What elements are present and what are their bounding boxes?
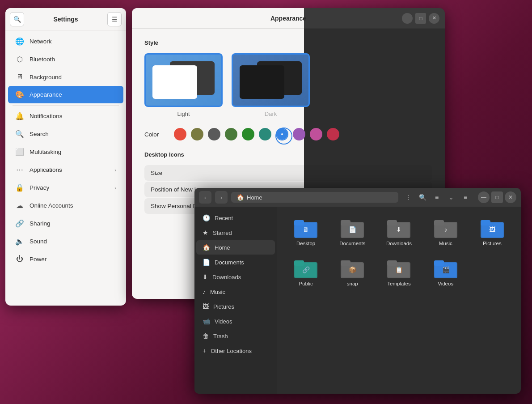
nav-label-search: Search [30, 131, 49, 137]
fm-forward-button[interactable]: › [215, 191, 228, 204]
color-dot-green[interactable] [242, 128, 254, 140]
fm-folder-pictures[interactable]: 🖼 Pictures [471, 214, 514, 251]
settings-menu-button[interactable]: ☰ [107, 12, 122, 26]
fm-folder-label-desktop: Desktop [296, 241, 315, 246]
fm-search-button[interactable]: 🔍 [416, 191, 429, 204]
nav-label-multitasking: Multitasking [30, 149, 61, 155]
color-dot-olive[interactable] [191, 128, 203, 140]
fm-folder-downloads[interactable]: ⬇ Downloads [377, 214, 420, 251]
nav-item-power[interactable]: ⏻ Power [8, 251, 123, 268]
style-option-dark[interactable]: Dark [232, 53, 310, 117]
fm-sidebar-videos[interactable]: 📹 Videos [196, 314, 275, 328]
fm-sidebar-home[interactable]: 🏠 Home [196, 240, 275, 255]
nav-item-privacy[interactable]: 🔒 Privacy › [8, 179, 123, 196]
fm-sidebar-documents[interactable]: 📄 Documents [196, 255, 275, 269]
close-button[interactable]: ✕ [429, 13, 439, 24]
nav-item-applications[interactable]: ⋯ Applications › [8, 161, 123, 179]
fm-sidebar-label-downloads: Downloads [212, 274, 241, 281]
minimize-button[interactable]: — [402, 13, 413, 24]
fm-body: 🕐 Recent ★ Starred 🏠 Home 📄 Documents ⬇ … [194, 207, 521, 394]
svg-text:📦: 📦 [349, 266, 357, 274]
nav-item-bluetooth[interactable]: ⬡ Bluetooth [8, 51, 123, 68]
appearance-title: Appearance [270, 15, 306, 22]
folder-svg-snap: 📦 [341, 259, 364, 278]
settings-search-button[interactable]: 🔍 [10, 12, 24, 26]
folder-svg-music: ♪ [434, 218, 457, 238]
light-label: Light [177, 111, 190, 117]
nav-item-online_accounts[interactable]: ☁ Online Accounts [8, 197, 123, 214]
nav-item-notifications[interactable]: 🔔 Notifications [8, 107, 123, 125]
fm-sidebar-downloads[interactable]: ⬇ Downloads [196, 270, 275, 284]
fm-sidebar-pictures[interactable]: 🖼 Pictures [196, 299, 275, 314]
fm-sort-button[interactable]: ≡ [459, 191, 472, 204]
light-preview [144, 53, 223, 107]
color-dot-red[interactable] [327, 128, 339, 140]
fm-folder-templates[interactable]: 📋 Templates [377, 254, 420, 291]
color-dots [174, 128, 339, 140]
fm-view-toggle-button[interactable]: ⌄ [445, 191, 457, 204]
nav-label-bluetooth: Bluetooth [30, 56, 55, 63]
appearance-win-controls: — □ ✕ [402, 13, 439, 24]
fm-list-view-button[interactable]: ≡ [431, 191, 443, 204]
color-dot-blue[interactable] [276, 128, 288, 140]
search-icon: 🔍 [15, 130, 24, 138]
nav-arrow-applications: › [114, 167, 116, 173]
fm-folder-label-pictures: Pictures [483, 241, 502, 246]
fm-sidebar-label-trash: Trash [213, 333, 228, 340]
fm-location-bar[interactable]: 🏠 Home [231, 192, 398, 203]
fm-folder-videos[interactable]: 🎬 Videos [424, 254, 467, 291]
fm-close-button[interactable]: ✕ [505, 191, 516, 203]
fm-videos-icon: 📹 [203, 318, 210, 325]
fm-sidebar-trash[interactable]: 🗑 Trash [196, 329, 275, 343]
nav-item-multitasking[interactable]: ⬜ Multitasking [8, 143, 123, 161]
nav-item-background[interactable]: 🖥 Background [8, 68, 123, 85]
fm-sidebar-starred[interactable]: ★ Starred [196, 225, 275, 240]
color-dot-gray[interactable] [208, 128, 220, 140]
nav-item-appearance[interactable]: 🎨 Appearance [8, 86, 123, 103]
fm-content: 🖥 Desktop 📄 Documents ⬇ Downloads ♪ Musi… [277, 207, 521, 394]
fm-folder-public[interactable]: 🔗 Public [284, 254, 327, 291]
color-dot-pink[interactable] [310, 128, 322, 140]
fm-sidebar-recent[interactable]: 🕐 Recent [196, 211, 275, 225]
fm-titlebar: ‹ › 🏠 Home ⋮ 🔍 ≡ ⌄ ≡ — □ ✕ [194, 188, 521, 207]
style-option-light[interactable]: Light [144, 53, 223, 117]
nav-item-sharing[interactable]: 🔗 Sharing [8, 215, 123, 232]
fm-win-controls: — □ ✕ [478, 191, 516, 203]
fm-menu-button[interactable]: ⋮ [402, 191, 414, 204]
nav-label-sharing: Sharing [30, 220, 51, 227]
color-dot-orange-red[interactable] [174, 128, 186, 140]
fm-sidebar-label-videos: Videos [215, 318, 232, 325]
maximize-button[interactable]: □ [415, 13, 426, 24]
fm-folder-label-downloads: Downloads [386, 241, 412, 246]
fm-folder-desktop[interactable]: 🖥 Desktop [284, 214, 327, 251]
fm-folder-snap[interactable]: 📦 snap [331, 254, 374, 291]
fm-maximize-button[interactable]: □ [491, 191, 503, 203]
nav-item-sound[interactable]: 🔈 Sound [8, 233, 123, 250]
fm-sidebar-other_locations[interactable]: + Other Locations [196, 344, 275, 358]
preview-light-window [152, 65, 197, 99]
fm-back-button[interactable]: ‹ [199, 191, 211, 204]
fm-folder-music[interactable]: ♪ Music [424, 214, 467, 251]
nav-item-network[interactable]: 🌐 Network [8, 33, 123, 50]
nav-arrow-privacy: › [114, 185, 116, 191]
preview-dark3-window [240, 65, 284, 99]
style-section-title: Style [144, 39, 432, 46]
color-dot-purple[interactable] [293, 128, 305, 140]
fm-minimize-button[interactable]: — [478, 191, 490, 203]
nav-label-appearance: Appearance [30, 91, 62, 98]
color-label: Color [144, 131, 167, 138]
sharing-icon: 🔗 [15, 219, 24, 228]
fm-actions: ⋮ 🔍 ≡ ⌄ ≡ [402, 191, 472, 204]
color-dot-dark-green[interactable] [225, 128, 237, 140]
color-dot-teal[interactable] [259, 128, 271, 140]
fm-sidebar-label-other_locations: Other Locations [211, 348, 252, 354]
nav-label-privacy: Privacy [30, 184, 49, 191]
power-icon: ⏻ [15, 255, 24, 263]
fm-folder-label-snap: snap [347, 281, 358, 286]
fm-sidebar-music[interactable]: ♪ Music [196, 285, 275, 299]
svg-text:🖥: 🖥 [303, 226, 309, 233]
network-icon: 🌐 [15, 37, 24, 46]
nav-item-search[interactable]: 🔍 Search [8, 125, 123, 143]
fm-folder-documents[interactable]: 📄 Documents [331, 214, 374, 251]
fm-recent-icon: 🕐 [203, 214, 210, 221]
